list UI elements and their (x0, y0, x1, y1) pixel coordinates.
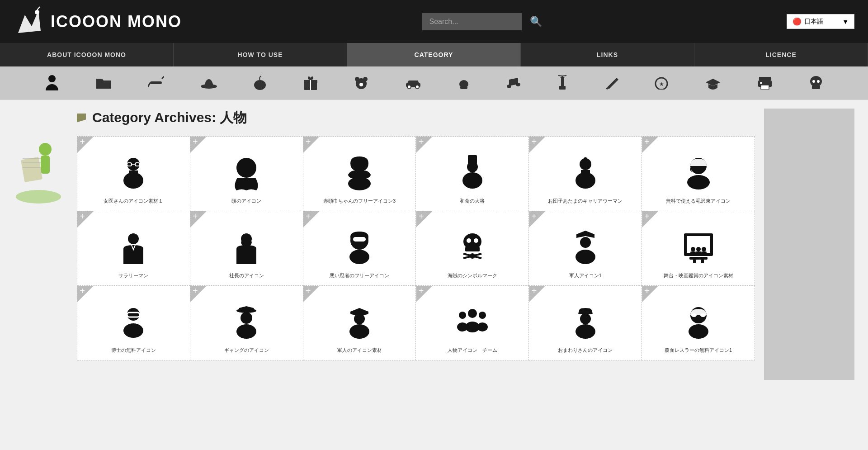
plus-badge: + (303, 211, 320, 227)
page-title: Category Archives: 人物 (92, 109, 247, 127)
plus-badge: + (416, 286, 432, 302)
icon-card-12[interactable]: + (642, 211, 755, 286)
plus-badge: + (642, 211, 658, 227)
cat-icon-skull[interactable] (807, 73, 826, 93)
icon-card-10[interactable]: + 海賊のシンボルマーク (416, 211, 529, 286)
cat-icon-medal[interactable]: ★ (652, 73, 671, 92)
svg-point-100 (457, 322, 468, 332)
svg-rect-20 (460, 86, 467, 89)
icon-card-15[interactable]: + 軍人のアイコン素材 (303, 286, 416, 360)
cat-icon-hat[interactable] (198, 74, 220, 92)
svg-point-15 (359, 83, 363, 86)
search-button[interactable]: 🔍 (525, 13, 547, 30)
logo-text: ICOOON MONO (51, 12, 182, 31)
cat-icon-boxing-glove[interactable] (455, 73, 473, 93)
icon-image-12 (680, 229, 717, 265)
icon-card-5[interactable]: + お団子あたまのキャリアウーマン (529, 137, 642, 211)
plus-badge: + (190, 286, 207, 302)
svg-point-70 (467, 238, 471, 243)
cat-icon-pencil[interactable] (602, 73, 621, 92)
svg-point-62 (687, 175, 710, 189)
svg-rect-60 (581, 170, 590, 175)
svg-point-59 (576, 172, 595, 189)
nav-licence[interactable]: LICENCE (694, 43, 868, 66)
cat-icon-graduation[interactable] (702, 73, 724, 92)
dropdown-arrow-icon: ▼ (842, 18, 849, 25)
icon-card-6[interactable]: + 無料で使える毛沢東アイコン (642, 137, 755, 211)
svg-point-21 (507, 85, 511, 88)
cat-icon-gift[interactable] (301, 73, 321, 93)
svg-rect-79 (689, 257, 708, 260)
svg-point-67 (349, 250, 369, 264)
icon-image-3 (341, 154, 377, 190)
cat-icon-bear[interactable] (351, 73, 371, 93)
plus-badge: + (529, 286, 545, 302)
cat-icon-printer[interactable] (755, 73, 775, 92)
icon-card-11[interactable]: + 軍人アイコン1 (529, 211, 642, 286)
nav-about[interactable]: ABOUT ICOOON MONO (0, 43, 174, 66)
svg-line-25 (558, 76, 562, 76)
icon-label-4: 和食の大将 (460, 198, 485, 204)
icon-card-3[interactable]: + 赤頭巾ちゃんのフリーアイコン3 (303, 137, 416, 211)
icon-card-9[interactable]: + 悪い忍者のフリーアイコン (303, 211, 416, 286)
svg-point-71 (474, 238, 478, 243)
svg-point-3 (48, 75, 56, 82)
svg-rect-48 (129, 171, 138, 175)
svg-point-17 (407, 85, 411, 89)
svg-point-13 (355, 77, 359, 81)
svg-rect-37 (813, 87, 815, 89)
icon-card-8[interactable]: + 社長のアイコン (190, 211, 303, 286)
svg-rect-31 (761, 85, 769, 90)
svg-rect-66 (353, 237, 366, 242)
category-icons-bar: ★ (0, 66, 868, 99)
search-input[interactable] (422, 13, 522, 30)
svg-point-35 (812, 80, 815, 83)
cat-icon-apple[interactable] (250, 72, 269, 93)
plus-badge: + (77, 137, 94, 153)
icon-card-7[interactable]: + サラリーマン (77, 211, 190, 286)
icon-label-17: おまわりさんのアイコン (558, 347, 613, 354)
icon-card-16[interactable]: + 人物アイコン チーム (416, 286, 529, 360)
svg-point-99 (459, 312, 466, 319)
cat-icon-music[interactable] (504, 73, 523, 92)
main-nav: ABOUT ICOOON MONO HOW TO USE CATEGORY LI… (0, 43, 868, 66)
icon-image-1 (115, 154, 151, 190)
icon-image-6 (680, 154, 717, 190)
icon-label-6: 無料で使える毛沢東アイコン (666, 198, 731, 204)
svg-point-95 (354, 313, 365, 324)
page-title-area: Category Archives: 人物 (77, 109, 755, 127)
icon-card-1[interactable]: + 女医さんのアイコン素材１ (77, 137, 190, 211)
svg-point-82 (691, 247, 695, 251)
cat-icon-lighthouse[interactable] (554, 72, 571, 93)
icon-label-1: 女医さんのアイコン素材１ (104, 198, 163, 204)
language-selector[interactable]: 🔴 日本語 ▼ (787, 14, 854, 29)
icon-card-17[interactable]: + おまわりさんのアイコン (529, 286, 642, 360)
icon-card-2[interactable]: + 頭のアイコン (190, 137, 303, 211)
svg-point-90 (123, 323, 143, 338)
nav-how-to-use[interactable]: HOW TO USE (174, 43, 347, 66)
svg-point-96 (349, 324, 369, 339)
svg-point-104 (576, 324, 595, 339)
icon-card-14[interactable]: + ギャングのアイコン (190, 286, 303, 360)
cat-icon-folder[interactable] (93, 73, 114, 92)
plus-badge: + (303, 137, 320, 153)
icon-label-9: 悪い忍者のフリーアイコン (330, 272, 389, 279)
icon-card-4[interactable]: + 和食の大将 (416, 137, 529, 211)
plus-badge: + (77, 286, 94, 302)
icon-label-15: 軍人のアイコン素材 (337, 347, 382, 354)
icon-image-4 (454, 154, 491, 190)
icon-card-13[interactable]: + 博士の無料アイコン (77, 286, 190, 360)
main-content: Category Archives: 人物 + (0, 99, 868, 389)
svg-point-56 (462, 172, 482, 189)
cat-icon-syringe[interactable] (145, 73, 167, 92)
cat-icon-car[interactable] (402, 74, 424, 91)
svg-point-74 (470, 253, 475, 259)
icon-label-5: お団子あたまのキャリアウーマン (548, 198, 623, 204)
cat-icon-person[interactable] (42, 72, 61, 94)
nav-category[interactable]: CATEGORY (347, 43, 521, 66)
icon-card-18[interactable]: + 覆面レスラーの無料アイコン1 (642, 286, 755, 360)
svg-point-92 (241, 312, 252, 324)
svg-line-6 (148, 83, 150, 87)
nav-links[interactable]: LINKS (521, 43, 694, 66)
svg-point-52 (236, 158, 256, 178)
